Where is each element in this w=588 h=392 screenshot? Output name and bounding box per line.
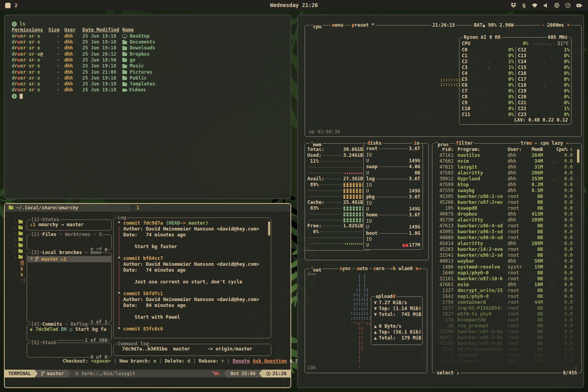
process-row[interactable]: 47662 nvim dhh 34M .. 0.0 xyxy=(432,158,581,164)
donate-link[interactable]: Donate xyxy=(233,358,250,364)
wifi-icon[interactable] xyxy=(532,3,538,8)
process-row[interactable]: 45414 alacritty dhh 208M 0.0 xyxy=(432,241,581,247)
process-row[interactable]: 45266 kworker/u97:2+ev root 0B 0.0 xyxy=(432,200,581,205)
panel-stash[interactable]: [5]─Stash 0 of 0 xyxy=(27,343,112,358)
keybind-item[interactable]: Rebase: r | xyxy=(199,358,233,364)
git-branch-segment[interactable]: master xyxy=(38,370,67,377)
file-tree-item[interactable]: › xyxy=(14,254,27,260)
gauge-icon[interactable] xyxy=(565,3,570,8)
selected-branch-row[interactable]: * master ↓1 xyxy=(27,256,111,262)
prompt-line-cursor[interactable]: ❯ xyxy=(12,93,290,99)
proc-scrollbar-thumb[interactable] xyxy=(577,149,579,163)
process-row[interactable]: 1827 mt76-tx phy0 root 0B 0.0 xyxy=(432,311,581,317)
proc-sort-selector[interactable]: ← cpu lazy → xyxy=(534,140,570,146)
file-tree-item[interactable]: $ xyxy=(14,266,27,272)
chip-icon[interactable] xyxy=(554,3,559,8)
file-tree-item[interactable]: Z xyxy=(14,260,27,266)
file-tree-item[interactable]: › xyxy=(14,225,27,230)
process-row[interactable]: 47161 nautilus dhh 264M 0.0 xyxy=(432,152,581,158)
ask-question-link[interactable]: Ask Question xyxy=(253,358,287,364)
process-row[interactable]: 1 systemd root 13M 0.0 xyxy=(432,352,581,358)
proc-select-control[interactable]: select ↓ xyxy=(436,370,461,376)
keybind-item[interactable]: Checkout: <space> | xyxy=(63,358,120,364)
mem-box-title[interactable]: ²mem xyxy=(310,140,323,148)
file-tree-item[interactable]: › xyxy=(14,236,27,242)
process-row[interactable]: 42389 kworker/u97:4-bt root 0B 0.0 xyxy=(432,341,581,347)
proc-filter[interactable]: filter xyxy=(455,140,474,146)
panel-command-log[interactable]: Command log 7dc9d7a..b3691be master -> o… xyxy=(113,344,271,356)
winbar-path-segment[interactable]: ~/.local/share/omarchy xyxy=(5,204,131,212)
disks-box-title[interactable]: disks xyxy=(366,140,383,146)
file-tree-item[interactable]: (1 xyxy=(14,278,27,283)
panel-status[interactable]: [1]─Status ↓1 omarchy → master xyxy=(27,220,112,230)
process-row[interactable]: 47559 swaybg dhh 8.5M 0.0 xyxy=(432,188,581,194)
process-row[interactable]: 47815 lazygit dhh 31M 0.0 xyxy=(432,164,581,170)
process-row[interactable]: 45263 kworker/14:2-eve root 0B 0.0 xyxy=(432,247,581,252)
io-toggle[interactable]: io xyxy=(413,140,421,146)
process-row[interactable]: 47613 kworker/u96:4-sd root 0B 0.0 xyxy=(432,223,581,229)
refresh-interval[interactable]: - 2000ms + xyxy=(540,22,571,28)
workspace-number[interactable]: 2 xyxy=(15,2,18,8)
file-tree-item[interactable]: › xyxy=(14,242,27,248)
commit-entry[interactable]: * commit 7dc9d7a (HEAD-> master) │ Autho… xyxy=(118,220,267,256)
file-tree-item[interactable]: › xyxy=(14,248,27,254)
net-auto-toggle[interactable]: auto xyxy=(355,266,369,272)
process-row[interactable]: 43091 kworker/u96:3-sd root 0B 0.0 xyxy=(432,229,581,235)
process-row[interactable]: 42208 kworker/u97:3-kc root 0B 0.0 xyxy=(432,329,581,335)
net-zero-toggle[interactable]: zero xyxy=(372,266,386,272)
process-row[interactable]: 1845 pipewire dhh 14M 0.0 xyxy=(432,358,581,364)
commit-entry[interactable]: * commit bf64cc7 │ Author: David Heineme… xyxy=(118,256,267,291)
bluetooth-icon[interactable] xyxy=(522,3,526,8)
commit-entry[interactable]: * commit 83fc6c6 xyxy=(118,326,267,338)
scroll-down-icon[interactable]: ↓ xyxy=(575,365,577,370)
process-row[interactable]: 40013 waybar dhh 58M 0.0 xyxy=(432,258,581,264)
menu-button[interactable]: menu xyxy=(331,22,345,28)
process-row[interactable]: 176 kcompactd0 root 0B 0.0 xyxy=(432,317,581,323)
process-row[interactable]: 44889 kworker/u96:0-sd root 0B 0.0 xyxy=(432,235,581,241)
process-row[interactable]: 1380 btrfs-transactio root 0B 0.0 xyxy=(432,347,581,352)
panel-branches[interactable]: [3]─Local branches ─ Remo * master ↓1 1 … xyxy=(27,252,112,322)
workspace-active-icon[interactable] xyxy=(5,3,11,8)
volume-icon[interactable] xyxy=(544,3,548,8)
tab-number[interactable]: 1 xyxy=(132,205,144,211)
process-row[interactable]: 39912 Hyprland dhh 253M ... 0.0 xyxy=(432,176,581,182)
process-row[interactable]: 1794 containerd root 44M 0.0 xyxy=(432,299,581,305)
file-tree-item[interactable]: $ xyxy=(14,272,27,278)
panel-files[interactable]: [2]─Files ─ Worktrees ─ S 0 of 0 xyxy=(27,234,112,250)
process-row[interactable]: 46072 kworker/u98:2-kv root 0B 0.0 xyxy=(432,335,581,341)
net-sync-toggle[interactable]: sync xyxy=(338,266,352,272)
process-row[interactable]: 45730 alacritty dhh 209M 0.0 xyxy=(432,217,581,223)
process-row[interactable]: 47583 alacritty dhh 206M 0.0 xyxy=(432,170,581,176)
process-row[interactable]: 1486 systemd-resolve syst+ 15M 0.0 xyxy=(432,264,581,270)
process-row[interactable]: 47661 nvim dhh 10M 0.0 xyxy=(432,282,581,288)
process-row[interactable]: 45305 kworker/u96:1-co root 0B 0.0 xyxy=(432,194,581,200)
process-row[interactable]: 16 rcu_preempt root 0B 0.0 xyxy=(432,323,581,329)
keybind-item[interactable]: Delete: d | xyxy=(165,358,199,364)
net-interface-selector[interactable]: ←b wlan0 n→ xyxy=(389,266,423,272)
process-row[interactable]: 1327 dmcrypt_write/25 root 0B 0.0 xyxy=(432,288,581,294)
process-row[interactable]: 22161 kworker/u97:10-k root 0B 0.0 xyxy=(432,276,581,282)
net-box-title[interactable]: ³net xyxy=(310,266,323,273)
keybind-item[interactable]: New branch: n | xyxy=(120,358,165,364)
cpu-box-title[interactable]: ¹cpu xyxy=(310,22,323,30)
process-row[interactable]: 1640 napi/phy0-0 root 0B 0.0 xyxy=(432,270,581,276)
process-row[interactable]: 40075 dropbox dhh 413M 0.0 xyxy=(432,211,581,217)
file-tree-item[interactable]: › xyxy=(14,230,27,236)
panel-commits[interactable]: [4]─Commits ─ Reflog ◆ 7dc9d7ad DH ○ Sta… xyxy=(27,324,112,341)
proc-box-title[interactable]: ⁴proc xyxy=(434,140,450,148)
file-tree-item[interactable]: › xyxy=(14,219,27,225)
dropbox-icon[interactable] xyxy=(511,3,516,8)
commit-entry[interactable]: * commit 56fdfc1 │ Author: David Heineme… xyxy=(118,291,267,326)
battery-icon[interactable] xyxy=(576,3,583,8)
proc-tree-toggle[interactable]: tree xyxy=(519,140,533,146)
process-row[interactable]: 1642 napi/phy0-0 root 0B 0.0 xyxy=(432,294,581,299)
process-row[interactable]: 31541 kworker/u96:2-sd root 0B 0.0 xyxy=(432,252,581,258)
panel-log[interactable]: Log * commit 7dc9d7a (HEAD-> master) │ A… xyxy=(113,218,271,338)
process-row[interactable]: 195 kswapd0 root 0B 0.0 xyxy=(432,205,581,211)
preset-button[interactable]: preset * xyxy=(350,22,376,28)
process-row[interactable]: 47599 btop dhh 8.2M 0.0 xyxy=(432,182,581,188)
mem-stat-line: 11% xyxy=(307,158,363,164)
log-scrollbar-thumb[interactable] xyxy=(268,221,270,236)
proc-header-row[interactable]: Pid: Program: User: MemB Cpu% ↑ xyxy=(432,147,581,152)
process-row[interactable]: 1577 irq/81-PIXA3854: root 0B 0.0 xyxy=(432,305,581,311)
